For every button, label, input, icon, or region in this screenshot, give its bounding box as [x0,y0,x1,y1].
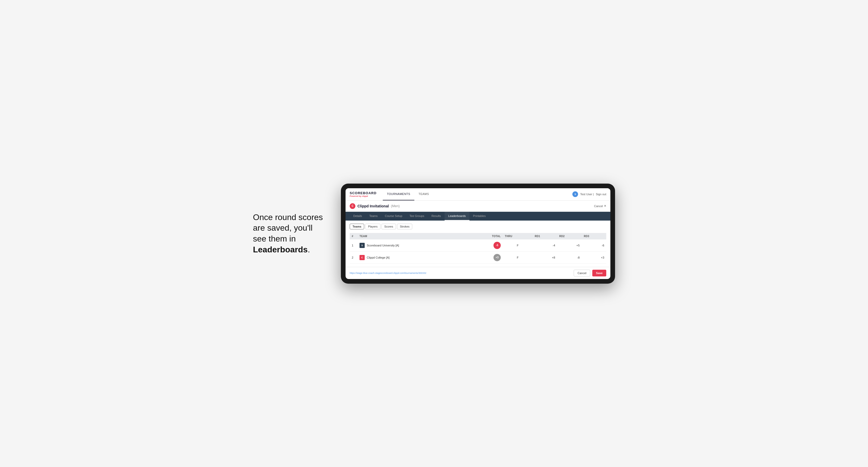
cell-thru-1: F [503,251,533,263]
close-icon: ✕ [604,204,606,208]
team-logo-1: C [360,255,365,260]
tab-teams[interactable]: Teams [366,212,381,221]
cell-team-1: C Clippd College [A] [358,251,470,263]
logo-area: SCOREBOARD Powered by clippd [350,191,377,197]
tablet-screen: SCOREBOARD Powered by clippd TOURNAMENTS… [345,188,610,279]
cancel-top-button[interactable]: Cancel ✕ [594,204,606,208]
sub-btn-teams[interactable]: Teams [350,224,364,229]
sub-btn-strokes[interactable]: Strokes [397,224,412,229]
table-row: 2 C Clippd College [A] +3 F +8 -8 +3 [350,251,606,263]
nav-links: TOURNAMENTS TEAMS [383,188,572,200]
tournament-name: Clippd Invitational [358,204,389,208]
footer-buttons: Cancel Save [574,270,606,276]
team-logo-0: S [360,243,365,248]
sub-btn-scores[interactable]: Scores [381,224,396,229]
score-badge-1: +3 [494,254,501,261]
tab-leaderboards[interactable]: Leaderboards [444,212,469,221]
sidebar-description: Once round scores are saved, you'll see … [253,212,326,255]
top-nav: SCOREBOARD Powered by clippd TOURNAMENTS… [345,188,610,201]
tournament-title-area: C Clippd Invitational (Men) [350,203,400,209]
cell-total-0: -5 [470,240,503,252]
col-rd2: RD2 [557,233,582,240]
tab-printables[interactable]: Printables [469,212,489,221]
sidebar-text-normal: Once round scores are saved, you'll see … [253,213,323,243]
footer-area: https://stage-blue-coach.stagescoreboard… [345,267,610,279]
table-row: 1 S Scoreboard University [A] -5 F -4 +5… [350,240,606,252]
col-rd3: RD3 [582,233,606,240]
col-rank: # [350,233,358,240]
content-area: Teams Players Scores Strokes # TEAM TOTA… [345,221,610,267]
tournament-gender: (Men) [391,204,400,208]
col-total: TOTAL [470,233,503,240]
sidebar-text-end: . [308,245,310,254]
cell-rd1-0: -4 [532,240,557,252]
col-thru: THRU [503,233,533,240]
user-name: Test User | [580,193,594,196]
tournament-header: C Clippd Invitational (Men) Cancel ✕ [345,201,610,212]
leaderboard-table: # TEAM TOTAL THRU RD1 RD2 RD3 1 S [350,233,606,264]
nav-link-teams[interactable]: TEAMS [414,188,433,200]
cell-rd1-1: +8 [532,251,557,263]
tab-course-setup[interactable]: Course Setup [381,212,406,221]
page-wrapper: Once round scores are saved, you'll see … [253,184,615,284]
tab-results[interactable]: Results [428,212,444,221]
cell-total-1: +3 [470,251,503,263]
sub-btn-players[interactable]: Players [365,224,380,229]
save-button[interactable]: Save [592,270,606,276]
team-cell-1: C Clippd College [A] [360,255,468,260]
tournament-icon: C [350,203,355,209]
score-badge-0: -5 [494,242,501,249]
tab-tee-groups[interactable]: Tee Groups [406,212,428,221]
sub-buttons: Teams Players Scores Strokes [350,224,606,229]
cell-rd3-0: -6 [582,240,606,252]
nav-link-tournaments[interactable]: TOURNAMENTS [383,188,414,200]
cell-rank-0: 1 [350,240,358,252]
cell-rd2-1: -8 [557,251,582,263]
tablet-frame: SCOREBOARD Powered by clippd TOURNAMENTS… [341,184,615,284]
footer-url: https://stage-blue-coach.stagescoreboard… [350,272,426,274]
team-name-0: Scoreboard University [A] [367,244,399,247]
table-header-row: # TEAM TOTAL THRU RD1 RD2 RD3 [350,233,606,240]
cell-thru-0: F [503,240,533,252]
cell-rd3-1: +3 [582,251,606,263]
sign-out-link[interactable]: Sign out [596,193,606,196]
team-cell-0: S Scoreboard University [A] [360,243,468,248]
col-team: TEAM [358,233,470,240]
cell-rank-1: 2 [350,251,358,263]
tab-nav: Details Teams Course Setup Tee Groups Re… [345,212,610,221]
user-avatar: S [572,191,578,197]
nav-right: S Test User | Sign out [572,191,606,197]
col-rd1: RD1 [532,233,557,240]
cell-team-0: S Scoreboard University [A] [358,240,470,252]
sidebar-text-bold: Leaderboards [253,245,308,254]
tab-details[interactable]: Details [350,212,366,221]
logo-scoreboard: SCOREBOARD [350,191,377,195]
cell-rd2-0: +5 [557,240,582,252]
cancel-button[interactable]: Cancel [574,270,590,276]
team-name-1: Clippd College [A] [367,256,390,259]
logo-powered: Powered by clippd [350,195,377,197]
